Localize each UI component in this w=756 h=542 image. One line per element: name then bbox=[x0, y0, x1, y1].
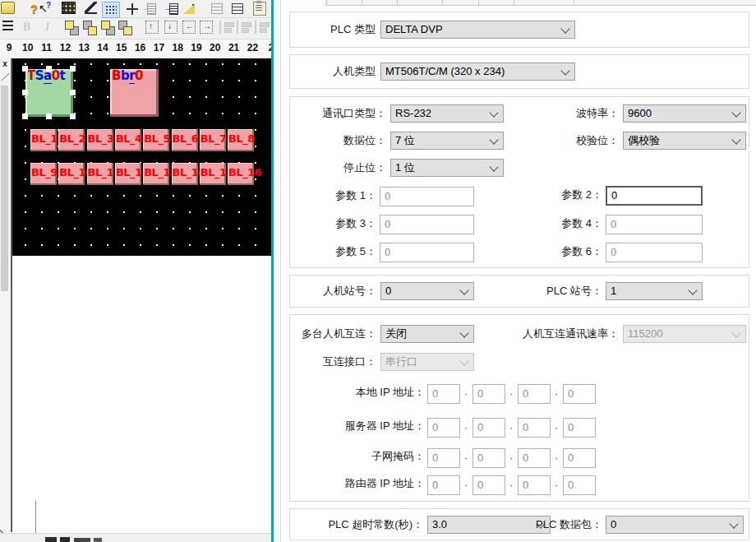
library-icon[interactable] bbox=[62, 2, 76, 14]
ip-octet-input[interactable]: 0 bbox=[518, 418, 551, 438]
book-icon[interactable] bbox=[1, 2, 15, 14]
bring-front-icon[interactable] bbox=[64, 21, 79, 35]
selection-handle[interactable] bbox=[70, 66, 76, 72]
ip-octet-input[interactable]: 0 bbox=[427, 448, 460, 468]
scale-icon[interactable] bbox=[182, 2, 197, 16]
canvas-bit-lamp-button[interactable]: BL_1 bbox=[30, 129, 57, 151]
stop-bits-select[interactable]: 1 位 bbox=[390, 159, 504, 177]
bottom-tab-strip bbox=[0, 533, 272, 542]
selection-handle[interactable] bbox=[46, 113, 52, 119]
field-label: 参数 3： bbox=[204, 215, 376, 233]
plc-station-select[interactable]: 1 bbox=[606, 282, 703, 300]
snap-grid-icon[interactable] bbox=[102, 2, 120, 18]
plc-type-select[interactable]: DELTA DVP bbox=[380, 21, 575, 39]
canvas-bit-lamp-button[interactable]: BL_11 bbox=[87, 163, 113, 185]
import-library-icon[interactable] bbox=[142, 2, 157, 16]
link-port-select[interactable]: 串行口 bbox=[380, 353, 474, 371]
ip-octet-input[interactable]: 0 bbox=[472, 448, 505, 468]
ip-octet-input[interactable]: 0 bbox=[518, 448, 551, 468]
bit-lamp-label: BL_4 bbox=[116, 132, 142, 145]
bring-forward-icon[interactable] bbox=[100, 21, 115, 35]
resize-height-icon[interactable] bbox=[145, 21, 159, 34]
param-6-input[interactable]: 0 bbox=[606, 243, 703, 262]
ruler-number: 9 bbox=[1, 42, 17, 53]
object-list-icon[interactable] bbox=[210, 2, 224, 16]
ip-dot-separator: · bbox=[464, 418, 468, 438]
link-speed-select[interactable]: 115200 bbox=[623, 325, 746, 343]
crosshair-icon[interactable] bbox=[125, 2, 140, 16]
selection-handle[interactable] bbox=[70, 113, 76, 119]
field-label: 路由器 IP 地址： bbox=[252, 475, 425, 493]
hmi-type-select[interactable]: MT506T/C/M (320 x 234) bbox=[380, 63, 575, 81]
selection-handle[interactable] bbox=[22, 90, 28, 95]
ruler-number: 13 bbox=[76, 42, 92, 53]
resize-width-icon[interactable] bbox=[182, 21, 196, 34]
ip-octet-input[interactable]: 0 bbox=[563, 418, 596, 438]
canvas-bit-lamp-button[interactable]: BL_3 bbox=[87, 129, 113, 151]
align-text-icon[interactable] bbox=[2, 21, 13, 30]
canvas-bit-lamp-button[interactable]: BL_12 bbox=[115, 163, 141, 185]
ruler-number: 22 bbox=[244, 42, 260, 53]
chevron-down-icon bbox=[688, 285, 697, 294]
plc-packet-select[interactable]: 0 bbox=[606, 516, 744, 534]
field-label: 参数 5： bbox=[204, 243, 376, 261]
selection-handle[interactable] bbox=[22, 113, 28, 119]
ruler-number: 18 bbox=[169, 42, 186, 53]
canvas-bit-lamp-button[interactable]: BL_9 bbox=[30, 163, 57, 185]
ip-dot-separator: · bbox=[555, 448, 558, 468]
resize-height2-icon[interactable] bbox=[164, 21, 177, 34]
resize-width2-icon[interactable] bbox=[200, 21, 213, 34]
canvas-bit-lamp-button[interactable]: BL_7 bbox=[200, 129, 226, 151]
italic-icon[interactable] bbox=[41, 21, 56, 35]
field-label: 参数 2： bbox=[430, 186, 602, 204]
selection-handle[interactable] bbox=[70, 90, 76, 95]
canvas-button-start[interactable]: TSa0t bbox=[25, 69, 73, 117]
field-label: 通讯口类型： bbox=[214, 104, 386, 123]
clipboard-icon[interactable] bbox=[253, 2, 266, 16]
param-4-input[interactable]: 0 bbox=[606, 215, 703, 234]
canvas-bit-lamp-button[interactable]: BL_13 bbox=[143, 163, 169, 185]
send-backward-icon[interactable] bbox=[118, 21, 132, 35]
bit-lamp-label: BL_5 bbox=[144, 132, 170, 145]
close-icon[interactable]: x bbox=[1, 60, 9, 69]
bold-icon[interactable] bbox=[21, 21, 35, 35]
canvas-bit-lamp-button[interactable]: BL_2 bbox=[58, 129, 85, 151]
canvas-button-b[interactable]: Bbr0 bbox=[110, 69, 159, 117]
draw-text-icon[interactable] bbox=[85, 2, 97, 14]
canvas-bit-lamp-button[interactable]: BL_6 bbox=[172, 129, 198, 151]
canvas-bit-lamp-button[interactable]: BL_15 bbox=[200, 163, 226, 185]
selection-handle[interactable] bbox=[46, 66, 52, 72]
ip-octet-input[interactable]: 0 bbox=[563, 384, 596, 404]
ip-octet-input[interactable]: 0 bbox=[427, 384, 460, 404]
ruler-number: 20 bbox=[207, 42, 224, 53]
ip-octet-input[interactable]: 0 bbox=[518, 384, 551, 404]
canvas-bit-lamp-button[interactable]: BL_16 bbox=[228, 163, 254, 185]
ip-octet-input[interactable]: 0 bbox=[563, 448, 596, 468]
ip-octet-input[interactable]: 0 bbox=[518, 475, 551, 495]
ip-octet-input[interactable]: 0 bbox=[472, 475, 505, 495]
hmi-editor-window: 9101112131415161718192021222 x TSa0t Bbr… bbox=[0, 0, 756, 542]
ip-octet-input[interactable]: 0 bbox=[427, 475, 460, 495]
canvas-bit-lamp-button[interactable]: BL_14 bbox=[172, 163, 198, 185]
chevron-down-icon bbox=[560, 66, 569, 75]
bit-lamp-label: BL_8 bbox=[228, 132, 255, 145]
canvas-bit-lamp-button[interactable]: BL_5 bbox=[143, 129, 169, 151]
ip-octet-input[interactable]: 0 bbox=[472, 418, 505, 438]
object-list-2-icon[interactable] bbox=[230, 2, 245, 16]
send-back-icon[interactable] bbox=[82, 21, 97, 35]
param-2-input[interactable]: 0 bbox=[606, 186, 703, 206]
field-label: 参数 1： bbox=[204, 187, 376, 205]
canvas-bit-lamp-button[interactable]: BL_8 bbox=[228, 129, 254, 151]
canvas-bit-lamp-button[interactable]: BL_4 bbox=[115, 129, 141, 151]
field-label: PLC 超时常数(秒)： bbox=[251, 516, 423, 534]
selection-handle[interactable] bbox=[22, 66, 28, 72]
context-help-icon[interactable] bbox=[38, 2, 53, 16]
scrollbar-thumb[interactable] bbox=[1, 86, 8, 291]
ip-octet-input[interactable]: 0 bbox=[427, 418, 460, 438]
baud-rate-select[interactable]: 9600 bbox=[623, 104, 746, 123]
ip-octet-input[interactable]: 0 bbox=[472, 384, 505, 404]
export-library-icon[interactable] bbox=[164, 2, 179, 16]
parity-select[interactable]: 偶校验 bbox=[623, 132, 746, 150]
ip-octet-input[interactable]: 0 bbox=[563, 475, 596, 495]
canvas-bit-lamp-button[interactable]: BL_10 bbox=[58, 163, 85, 185]
